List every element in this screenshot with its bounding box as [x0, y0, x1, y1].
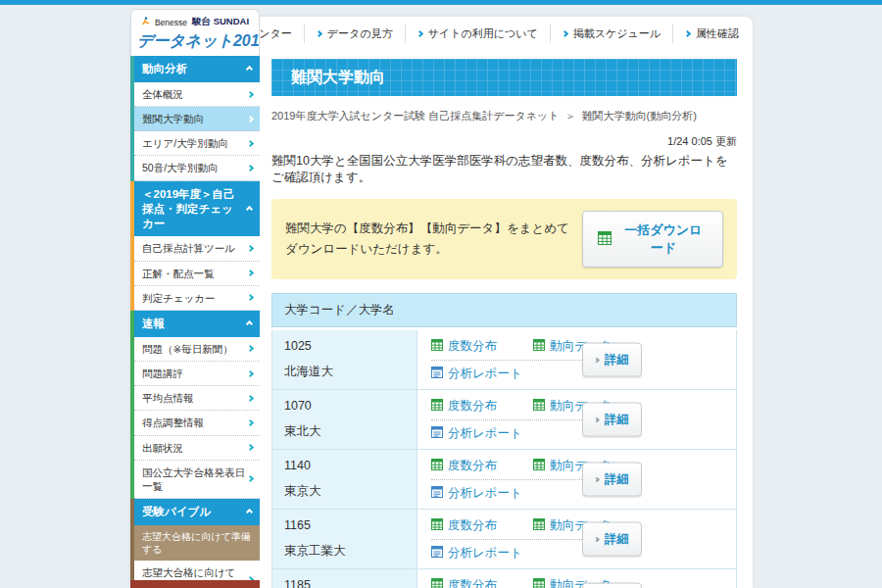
sidebar-item[interactable]: 自己採点計算ツール [134, 236, 260, 261]
detail-button[interactable]: 詳細 [582, 522, 642, 557]
table-header: 大学コード／大学名 [271, 293, 737, 327]
sidebar-item[interactable]: 判定チェッカー [134, 286, 260, 311]
top-nav-link[interactable]: データの見方 [305, 24, 406, 43]
sidebar-section-header[interactable]: 受験バイブル [134, 499, 260, 525]
sidebar-item[interactable]: 平均点情報 [134, 386, 260, 411]
chevron-right-icon [247, 165, 254, 172]
detail-button[interactable]: 詳細 [582, 582, 642, 588]
chevron-right-icon [594, 416, 600, 422]
bulk-download-label: 一括ダウンロード [619, 221, 708, 257]
top-nav-label: データの見方 [327, 26, 393, 41]
top-nav-link[interactable]: サイトの利用について [406, 24, 551, 43]
top-nav-label: 掲載スケジュール [573, 26, 661, 41]
sidebar-section-header[interactable]: ＜2019年度＞自己採点・判定チェッカー [134, 181, 260, 237]
sidebar-section-header[interactable]: 動向分析 [134, 56, 260, 82]
freq-dist-label: 度数分布 [448, 338, 497, 355]
top-nav-link[interactable]: 属性確認 [673, 24, 751, 43]
freq-dist-link[interactable]: 度数分布 [431, 398, 533, 415]
brand-benesse: Benesse [155, 18, 187, 27]
breadcrumb-path: 2019年度大学入試センター試験 自己採点集計データネット [271, 110, 560, 122]
sidebar-item[interactable]: 難関大学動向 [134, 107, 260, 131]
chevron-right-icon [247, 245, 254, 252]
freq-dist-label: 度数分布 [448, 517, 497, 534]
freq-dist-link[interactable]: 度数分布 [431, 458, 533, 474]
benesse-mark-icon [141, 17, 150, 28]
university-name: 東京工業大 [284, 543, 405, 560]
sidebar-next-section-bar[interactable] [130, 580, 260, 588]
links-cell: 度数分布 動向データ 分析レポート [417, 390, 736, 449]
top-nav-link[interactable]: 掲載スケジュール [551, 24, 673, 43]
sidebar-section-title: ＜2019年度＞自己採点・判定チェッカー [142, 187, 243, 231]
links-cell: 度数分布 動向データ 分析レポート [417, 569, 736, 588]
analysis-report-label: 分析レポート [448, 545, 522, 562]
freq-dist-link[interactable]: 度数分布 [431, 577, 533, 588]
university-cell: 1070 東北大 [272, 390, 417, 449]
updated-timestamp: 1/24 0:05 更新 [271, 134, 737, 149]
download-notice-text: 難関大学の【度数分布】【動向データ】をまとめてダウンロードいただけます。 [285, 219, 570, 259]
logo[interactable]: Benesse 駿台 SUNDAI データネット2019 [130, 9, 260, 56]
download-notice: 難関大学の【度数分布】【動向データ】をまとめてダウンロードいただけます。 一括ダ… [271, 199, 737, 279]
spreadsheet-green-icon [431, 459, 443, 473]
chevron-right-icon [247, 90, 254, 97]
chevron-right-icon [247, 395, 254, 402]
sidebar-item[interactable]: エリア/大学別動向 [134, 131, 260, 156]
sidebar-item[interactable]: 出願状況 [134, 436, 260, 461]
sidebar-section: 動向分析 全体概況 難関大学動向 エリア/大学別動向 50音/大学別動向 [130, 56, 260, 181]
sidebar-item[interactable]: 得点調整情報 [134, 411, 260, 435]
chevron-right-icon [247, 140, 254, 147]
sidebar-item[interactable]: 国公立大学合格発表日一覧 [134, 461, 260, 499]
table-row: 1185 一橋大 度数分布 動向データ [272, 569, 736, 588]
detail-button[interactable]: 詳細 [582, 463, 642, 497]
sidebar-section-title: 速報 [142, 317, 165, 331]
spreadsheet-green-icon [533, 339, 545, 354]
table-row: 1140 東京大 度数分布 動向データ [272, 450, 736, 510]
analysis-report-link[interactable]: 分析レポート [431, 485, 533, 502]
freq-dist-label: 度数分布 [448, 577, 497, 588]
detail-label: 詳細 [605, 531, 629, 548]
chevron-right-icon [247, 294, 254, 301]
sidebar-item[interactable]: 正解・配点一覧 [134, 262, 260, 286]
sidebar-section: ＜2019年度＞自己採点・判定チェッカー 自己採点計算ツール 正解・配点一覧 判… [130, 181, 260, 311]
sidebar-section-items: 志望大合格に向けて準備する 志望大合格に向けてのスケジュール センター試験とは？ [134, 525, 260, 588]
document-blue-icon [431, 426, 443, 441]
sidebar-section-title: 受験バイブル [142, 505, 211, 519]
sidebar-item-label: 難関大学動向 [142, 112, 204, 125]
chevron-right-icon [247, 345, 254, 352]
university-name: 東京大 [284, 483, 405, 500]
sidebar-section-header[interactable]: 速報 [134, 311, 260, 337]
chevron-up-icon [246, 320, 253, 327]
analysis-report-link[interactable]: 分析レポート [431, 545, 533, 562]
spreadsheet-green-icon [533, 399, 545, 414]
sidebar-item[interactable]: 問題（※毎日新聞） [134, 337, 260, 362]
document-blue-icon [431, 546, 443, 561]
site-title: データネット2019 [137, 31, 253, 52]
sidebar-item-label: 自己採点計算ツール [142, 241, 235, 255]
detail-button[interactable]: 詳細 [582, 403, 642, 437]
chevron-right-icon [247, 370, 254, 377]
links-cell: 度数分布 動向データ 分析レポート [417, 330, 736, 389]
university-name: 東北大 [284, 423, 405, 440]
chevron-right-icon [684, 29, 691, 36]
page-title: 難関大学動向 [271, 59, 737, 96]
top-accent-bar [0, 0, 882, 5]
spreadsheet-green-icon [431, 399, 443, 414]
university-code: 1025 [284, 339, 405, 353]
chevron-right-icon [594, 536, 600, 542]
detail-button[interactable]: 詳細 [582, 343, 642, 377]
chevron-right-icon [247, 270, 254, 276]
sidebar-subheader: 志望大合格に向けて準備する [134, 525, 260, 561]
bulk-download-button[interactable]: 一括ダウンロード [582, 211, 723, 268]
sidebar-item[interactable]: 問題講評 [134, 362, 260, 386]
sidebar-item[interactable]: 全体概況 [134, 82, 260, 107]
sidebar-item-label: 得点調整情報 [142, 416, 204, 429]
sidebar-item[interactable]: 50音/大学別動向 [134, 156, 260, 180]
main-content: 難関大学動向 2019年度大学入試センター試験 自己採点集計データネット＞難関大… [271, 59, 737, 588]
university-code: 1165 [284, 518, 405, 532]
freq-dist-link[interactable]: 度数分布 [431, 517, 533, 534]
spreadsheet-icon [598, 231, 612, 248]
chevron-right-icon [416, 29, 423, 36]
analysis-report-link[interactable]: 分析レポート [431, 425, 533, 442]
analysis-report-link[interactable]: 分析レポート [431, 366, 533, 382]
freq-dist-link[interactable]: 度数分布 [431, 338, 533, 355]
sidebar-item-label: 平均点情報 [142, 391, 194, 405]
